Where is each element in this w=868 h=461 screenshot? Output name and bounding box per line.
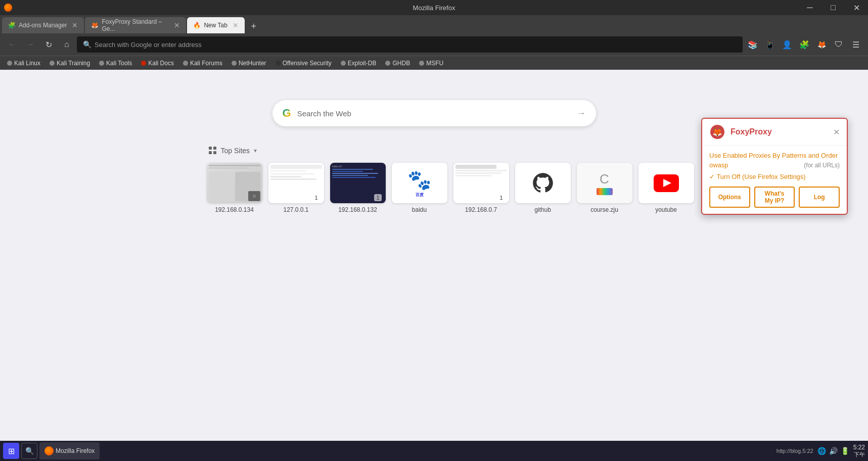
search-arrow-icon: →: [577, 108, 586, 119]
title-bar-controls: ─ □ ✕: [798, 0, 868, 15]
bookmark-exploit-db[interactable]: Exploit-DB: [337, 59, 381, 68]
foxyproxy-button[interactable]: 🦊: [813, 36, 830, 53]
taskbar-url: http://blog.5:22: [776, 448, 813, 454]
tab-addons[interactable]: 🧩 Add-ons Manager ✕: [2, 17, 84, 33]
bookmark-msfu[interactable]: MSFU: [415, 59, 447, 68]
fp-options-button[interactable]: Options: [709, 187, 750, 208]
tab-newtab[interactable]: 🔥 New Tab ✕: [187, 17, 244, 33]
volume-tray-icon: 🔊: [829, 447, 838, 455]
site-tile-192-7[interactable]: 1 192.168.0.7: [453, 163, 509, 213]
fp-log-button[interactable]: Log: [799, 187, 840, 208]
bookmark-offensive-security[interactable]: Offensive Security: [271, 59, 336, 68]
site-tile-192-134[interactable]: 192.168.0.134: [207, 163, 262, 213]
taskbar-time-display: 5:22: [853, 444, 865, 451]
toolbar-icons: 📚 📱 👤 🧩 🦊 🛡 ☰: [745, 36, 864, 53]
bookmark-kali-forums[interactable]: Kali Forums: [179, 59, 226, 68]
minimize-button[interactable]: ─: [798, 0, 821, 15]
site-thumb-192-7: 1: [453, 163, 509, 203]
home-button[interactable]: ⌂: [59, 36, 75, 53]
window-title: Mozilla Firefox: [413, 4, 455, 12]
taskbar: ⊞ 🔍 Mozilla Firefox http://blog.5:22 🌐 🔊…: [0, 441, 868, 461]
account-button[interactable]: 👤: [779, 36, 795, 53]
search-container[interactable]: G Search the Web →: [272, 100, 596, 126]
site-label-course: course.zju: [590, 206, 618, 213]
sites-grid: 192.168.0.134 1 127.0.0.1: [207, 163, 662, 213]
site-label-baidu: baidu: [412, 206, 427, 213]
bookmark-kali-training[interactable]: Kali Training: [45, 59, 94, 68]
network-tray-icon: 🌐: [817, 447, 826, 455]
new-tab-button[interactable]: +: [246, 19, 262, 33]
bookmark-kali-docs[interactable]: Kali Docs: [137, 59, 178, 68]
nethunter-icon: [232, 61, 237, 66]
menu-button[interactable]: ☰: [848, 36, 864, 53]
fp-proxy-row: owasp (for all URLs): [709, 161, 840, 169]
tab-foxyproxy[interactable]: 🦊 FoxyProxy Standard – Ge... ✕: [85, 17, 186, 33]
fp-body: Use Enabled Proxies By Patterns and Orde…: [702, 146, 847, 214]
bookmark-kali-linux-label: Kali Linux: [14, 60, 40, 67]
taskbar-ampm: 下午: [853, 451, 865, 458]
tab-newtab-label: New Tab: [204, 22, 227, 29]
site-tile-github[interactable]: github: [515, 163, 571, 213]
top-sites-header: Top Sites ▾: [207, 147, 662, 155]
reload-button[interactable]: ↻: [40, 36, 57, 53]
bookmark-kali-linux[interactable]: Kali Linux: [3, 59, 44, 68]
search-input[interactable]: Search the Web: [297, 109, 571, 118]
taskbar-firefox-icon: [44, 446, 54, 455]
top-sites-label: Top Sites: [221, 147, 250, 155]
kali-training-icon: [50, 61, 55, 66]
tab-newtab-close[interactable]: ✕: [233, 21, 239, 29]
close-button[interactable]: ✕: [845, 0, 868, 15]
maximize-button[interactable]: □: [821, 0, 845, 15]
fp-close-button[interactable]: ✕: [833, 127, 840, 137]
battery-tray-icon: 🔋: [841, 447, 849, 455]
taskbar-start-button[interactable]: ⊞: [3, 443, 19, 459]
tab-foxyproxy-close[interactable]: ✕: [174, 21, 180, 29]
site-label-192-7: 192.168.0.7: [465, 206, 497, 213]
synced-tabs-button[interactable]: 📱: [762, 36, 778, 53]
bookmarks-bar: Kali Linux Kali Training Kali Tools Kali…: [0, 56, 868, 70]
site-thumb-192-134: [207, 163, 262, 203]
ghdb-icon: [385, 61, 390, 66]
bookmark-nethunter[interactable]: NetHunter: [227, 59, 270, 68]
bookmark-offensive-security-label: Offensive Security: [283, 60, 332, 67]
extensions-button[interactable]: 🧩: [796, 36, 812, 53]
bookmark-kali-docs-label: Kali Docs: [148, 60, 174, 67]
top-sites-grid-icon: [209, 147, 217, 155]
kali-forums-icon: [183, 61, 188, 66]
badge-192-132: 1: [374, 194, 381, 201]
site-tile-youtube[interactable]: youtube: [638, 163, 694, 213]
site-thumb-192-132: Index of / 1: [330, 163, 386, 203]
tab-addons-close[interactable]: ✕: [72, 21, 78, 29]
google-logo: G: [283, 107, 291, 120]
back-button[interactable]: ←: [4, 36, 20, 53]
site-tile-baidu[interactable]: 🐾 百度 baidu: [392, 163, 447, 213]
fp-whats-my-ip-button[interactable]: What's My IP?: [754, 187, 795, 208]
address-bar[interactable]: 🔍 Search with Google or enter address: [77, 36, 743, 53]
bookmark-kali-tools-label: Kali Tools: [106, 60, 132, 67]
library-button[interactable]: 📚: [745, 36, 761, 53]
top-sites-section: Top Sites ▾: [207, 147, 662, 213]
bookmark-ghdb[interactable]: GHDB: [381, 59, 414, 68]
fp-header: 🦊 FoxyProxy ✕: [702, 119, 847, 146]
site-tile-127[interactable]: 1 127.0.0.1: [268, 163, 324, 213]
site-tile-course[interactable]: C course.zju: [577, 163, 632, 213]
top-sites-chevron-icon: ▾: [254, 147, 257, 154]
fp-turnoff-label[interactable]: Turn Off (Use Firefox Settings): [709, 173, 840, 180]
fp-proxy-name: owasp: [709, 161, 728, 169]
kali-docs-icon: [141, 61, 146, 66]
toolbar: ← → ↻ ⌂ 🔍 Search with Google or enter ad…: [0, 33, 868, 56]
taskbar-search-button[interactable]: 🔍: [21, 443, 37, 459]
kali-linux-icon: [7, 61, 12, 66]
taskbar-systray: 🌐 🔊 🔋: [817, 447, 849, 455]
msfu-icon: [419, 61, 424, 66]
exploit-db-icon: [341, 61, 346, 66]
bookmark-kali-tools[interactable]: Kali Tools: [95, 59, 136, 68]
foxyproxy-popup: 🦊 FoxyProxy ✕ Use Enabled Proxies By Pat…: [701, 118, 848, 215]
site-label-127: 127.0.0.1: [283, 206, 308, 213]
shield-icon[interactable]: 🛡: [831, 36, 847, 53]
forward-button[interactable]: →: [22, 36, 38, 53]
fp-title: FoxyProxy: [730, 127, 772, 136]
site-tile-192-132[interactable]: Index of / 1 192.168.0.132: [330, 163, 386, 213]
taskbar-firefox-button[interactable]: Mozilla Firefox: [39, 442, 100, 459]
bookmark-msfu-label: MSFU: [426, 60, 443, 67]
